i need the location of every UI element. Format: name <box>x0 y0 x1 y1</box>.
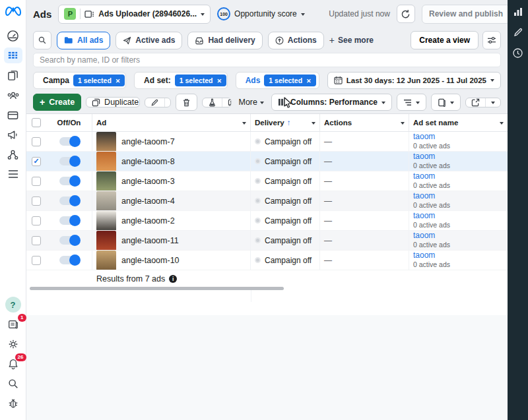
media-library-button[interactable] <box>222 98 232 107</box>
duplicate-button[interactable]: Duplicate <box>86 98 140 107</box>
row-checkbox[interactable] <box>32 216 41 225</box>
tab-ad-sets[interactable]: Ad set: 1 selected <box>134 72 228 89</box>
review-and-publish-button[interactable]: Review and publish <box>422 5 508 24</box>
ad-name[interactable]: angle-taoom-11 <box>121 236 179 245</box>
table-row[interactable]: angle-taoom-2 Campaign off — taoom 0 act… <box>26 211 508 231</box>
header-delivery[interactable]: Delivery↑ <box>251 114 320 131</box>
ad-thumbnail[interactable] <box>96 251 116 270</box>
ad-on-off-toggle[interactable] <box>59 256 79 264</box>
campaigns-icon[interactable] <box>4 47 22 63</box>
row-checkbox[interactable] <box>32 157 41 166</box>
audiences-icon[interactable] <box>4 87 22 103</box>
history-clock-icon[interactable] <box>512 47 523 59</box>
clear-selection-icon[interactable] <box>116 76 121 84</box>
ad-on-off-toggle[interactable] <box>59 236 79 245</box>
advertising-icon[interactable] <box>4 127 22 142</box>
campaign-selected-chip[interactable]: 1 selected <box>73 75 125 86</box>
export-dropdown[interactable] <box>485 98 500 107</box>
tab-ads[interactable]: Ads 1 selected <box>236 72 319 89</box>
meta-logo-icon[interactable] <box>5 6 21 16</box>
pages-icon[interactable] <box>4 67 22 83</box>
filter-tab-active-ads[interactable]: Active ads <box>116 32 182 49</box>
table-row[interactable]: angle-taoom-3 Campaign off — taoom 0 act… <box>26 171 508 191</box>
ad-thumbnail[interactable] <box>96 171 116 191</box>
header-actions[interactable]: Actions <box>320 114 409 131</box>
table-row[interactable]: angle-taoom-7 Campaign off — taoom 0 act… <box>26 132 508 152</box>
ad-on-off-toggle[interactable] <box>59 157 79 165</box>
settings-gear-icon[interactable] <box>4 336 22 352</box>
delete-button[interactable] <box>176 94 197 111</box>
view-settings-button[interactable] <box>482 31 501 49</box>
ad-thumbnail[interactable] <box>96 231 116 250</box>
account-overview-icon[interactable] <box>4 28 22 44</box>
ad-name[interactable]: angle-taoom-8 <box>121 157 175 166</box>
create-a-view-button[interactable]: Create a view <box>411 31 478 49</box>
ad-thumbnail[interactable] <box>96 191 116 210</box>
ad-name[interactable]: angle-taoom-7 <box>121 137 175 146</box>
refresh-button[interactable] <box>397 5 415 23</box>
ad-name[interactable]: angle-taoom-4 <box>121 196 175 206</box>
clear-selection-icon[interactable] <box>306 76 312 84</box>
ad-name[interactable]: angle-taoom-2 <box>121 216 175 225</box>
header-adset-name[interactable]: Ad set name <box>409 114 508 131</box>
edit-pencil-icon[interactable] <box>513 27 523 38</box>
adset-link[interactable]: taoom <box>413 171 435 181</box>
header-offon[interactable]: Off/On <box>46 114 92 131</box>
filter-tab-actions[interactable]: Actions <box>268 32 324 49</box>
more-button[interactable]: More <box>236 98 267 107</box>
tab-campaigns[interactable]: Campa 1 selected <box>33 72 126 89</box>
rail-search-icon[interactable] <box>4 376 22 392</box>
ad-name[interactable]: angle-taoom-10 <box>121 256 180 265</box>
select-all-checkbox[interactable] <box>32 118 41 127</box>
date-range-picker[interactable]: Last 30 days: 12 Jun 2025 - 11 Jul 2025 <box>327 72 501 89</box>
adset-link[interactable]: taoom <box>413 251 435 260</box>
row-checkbox[interactable] <box>32 236 41 245</box>
adset-link[interactable]: taoom <box>413 231 435 241</box>
horizontal-scrollbar[interactable] <box>30 287 284 290</box>
filter-tab-all-ads[interactable]: All ads <box>57 32 110 49</box>
table-row[interactable]: angle-taoom-11 Campaign off — taoom 0 ac… <box>26 231 508 251</box>
account-selector[interactable]: P Ads Uploader (28946026... <box>58 5 211 24</box>
updates-icon[interactable]: 1 <box>4 316 22 332</box>
report-bug-icon[interactable] <box>4 396 22 411</box>
ab-test-button[interactable] <box>203 98 222 107</box>
create-button[interactable]: + Create <box>33 94 81 111</box>
help-icon[interactable]: ? <box>4 297 22 313</box>
ad-name[interactable]: angle-taoom-3 <box>121 177 175 186</box>
row-checkbox[interactable] <box>32 177 41 186</box>
search-input[interactable] <box>33 53 501 67</box>
insights-chart-icon[interactable] <box>513 7 523 17</box>
search-toggle-button[interactable] <box>33 31 51 49</box>
ads-selected-chip[interactable]: 1 selected <box>264 75 315 86</box>
adset-link[interactable]: taoom <box>413 191 435 201</box>
breakdown-button[interactable] <box>397 94 426 111</box>
row-checkbox[interactable] <box>32 256 41 265</box>
adset-selected-chip[interactable]: 1 selected <box>175 75 226 86</box>
edit-dropdown[interactable] <box>164 98 171 107</box>
ad-thumbnail[interactable] <box>96 132 116 151</box>
ad-thumbnail[interactable] <box>96 152 116 171</box>
opportunity-score[interactable]: 100 Opportunity score <box>217 7 305 20</box>
edit-button[interactable] <box>145 98 164 107</box>
ad-on-off-toggle[interactable] <box>59 216 79 225</box>
table-row[interactable]: angle-taoom-8 Campaign off — taoom 0 act… <box>26 152 508 171</box>
row-checkbox[interactable] <box>32 196 41 206</box>
table-row[interactable]: angle-taoom-10 Campaign off — taoom 0 ac… <box>26 251 508 270</box>
billing-icon[interactable] <box>4 107 22 123</box>
clear-selection-icon[interactable] <box>217 76 222 84</box>
ad-on-off-toggle[interactable] <box>59 196 79 205</box>
filter-tab-had-delivery[interactable]: Had delivery <box>187 32 262 49</box>
notifications-bell-icon[interactable]: 26 <box>4 356 22 372</box>
header-ad[interactable]: Ad <box>92 114 251 131</box>
assets-icon[interactable] <box>4 146 22 162</box>
all-tools-icon[interactable] <box>4 166 22 182</box>
reports-button[interactable] <box>431 94 461 111</box>
columns-button[interactable]: Columns: Performance <box>271 94 392 111</box>
adset-link[interactable]: taoom <box>413 132 435 142</box>
ad-thumbnail[interactable] <box>96 211 116 230</box>
ad-on-off-toggle[interactable] <box>59 177 79 185</box>
export-button[interactable] <box>466 98 485 107</box>
see-more-button[interactable]: See more <box>329 35 374 45</box>
adset-link[interactable]: taoom <box>413 152 435 162</box>
info-icon[interactable] <box>169 275 177 283</box>
